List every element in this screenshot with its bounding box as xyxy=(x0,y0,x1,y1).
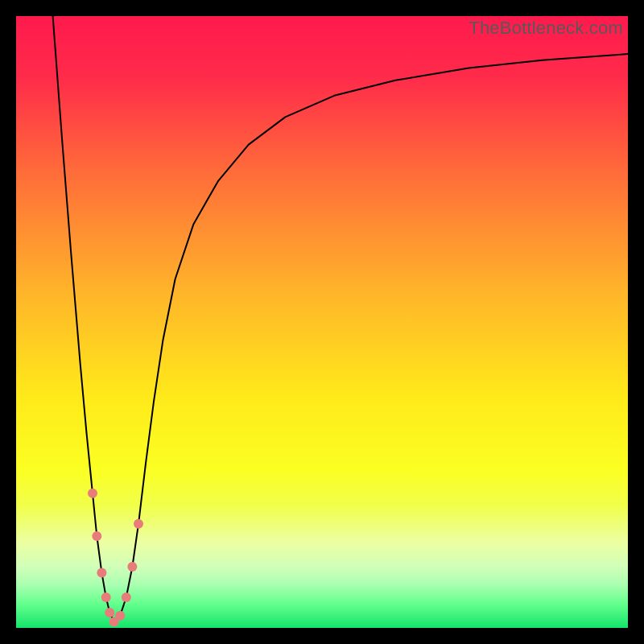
watermark-text: TheBottleneck.com xyxy=(469,18,623,39)
data-marker xyxy=(127,562,137,572)
bottleneck-curve xyxy=(53,16,628,621)
data-marker xyxy=(122,592,131,602)
plot-area xyxy=(16,16,628,628)
chart-frame: TheBottleneck.com xyxy=(0,0,644,644)
data-marker xyxy=(88,489,97,498)
data-marker xyxy=(134,519,143,529)
data-marker xyxy=(92,531,101,541)
data-marker xyxy=(101,592,111,602)
data-marker xyxy=(105,608,114,617)
data-marker xyxy=(115,611,125,621)
data-marker xyxy=(97,568,106,578)
curve-layer xyxy=(16,16,628,628)
